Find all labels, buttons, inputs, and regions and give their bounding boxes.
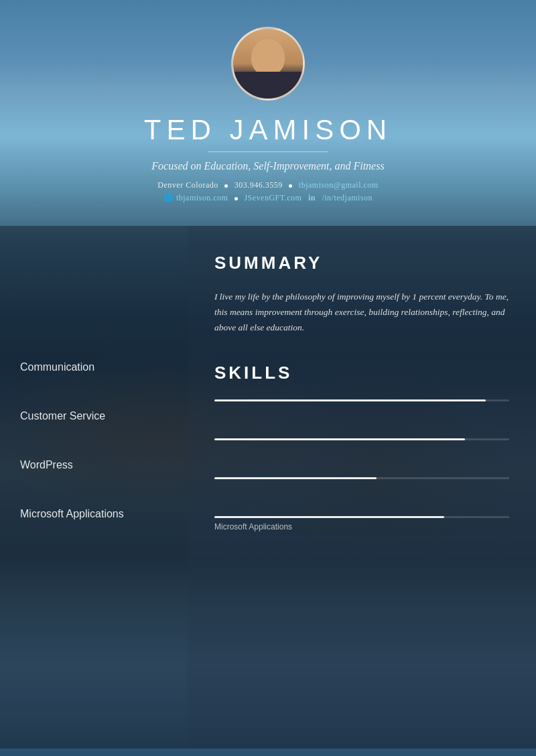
skill-label-customer-service: Customer Service: [20, 410, 168, 422]
person-name: TED JAMISON: [13, 114, 523, 146]
skills-section: SKILLS: [214, 363, 509, 531]
skill-label-communication: Communication: [20, 361, 168, 373]
skill-bar-bg-communication: [214, 399, 509, 401]
skill-bar-customer-service: [214, 438, 509, 440]
skill-bar-communication: [214, 399, 509, 401]
skills-title: SKILLS: [214, 363, 509, 383]
skill-bar-bg-customer-service: [214, 438, 509, 440]
tagline: Focused on Education, Self-Improvement, …: [13, 160, 523, 172]
summary-title: SUMMARY: [214, 253, 509, 273]
skill-bar-fill-communication: [214, 399, 486, 401]
separator-2: [289, 184, 292, 188]
skill-name-customer-service: Customer Service: [20, 410, 168, 422]
summary-section: SUMMARY I live my life by the philosophy…: [214, 253, 509, 336]
location-text: Denver Colorado: [157, 180, 218, 190]
linkedin-icon: in: [308, 193, 316, 203]
skill-bar-ms-apps: Microsoft Applications: [214, 516, 509, 531]
summary-text: I live my life by the philosophy of impr…: [214, 290, 509, 336]
skill-bar-wordpress: [214, 477, 509, 479]
website-link[interactable]: tbjamison.com: [176, 193, 228, 202]
skill-bar-bg-wordpress: [214, 477, 509, 479]
skills-labels: Communication Customer Service WordPress…: [20, 361, 168, 520]
skill-name-wordpress: WordPress: [20, 459, 168, 471]
website2-link[interactable]: JSevenGFT.com: [244, 193, 302, 202]
separator-1: [224, 184, 228, 188]
email-link[interactable]: tbjamison@gmail.com: [299, 180, 379, 190]
left-column: Communication Customer Service WordPress…: [0, 226, 188, 749]
header-section: TED JAMISON Focused on Education, Self-I…: [0, 0, 536, 226]
skill-bar-fill-customer-service: [214, 438, 465, 440]
separator-3: [234, 197, 238, 200]
phone-text: 303.946.3559: [234, 180, 283, 190]
skill-label-wordpress: WordPress: [20, 459, 168, 471]
contact-row-2: 🌐 tbjamison.com JSevenGFT.com in /in/ted…: [13, 193, 523, 203]
two-column-layout: Communication Customer Service WordPress…: [0, 226, 536, 749]
right-column: SUMMARY I live my life by the philosophy…: [188, 226, 536, 749]
name-divider: [208, 151, 328, 152]
avatar: [231, 27, 305, 101]
skill-bar-fill-ms-apps: [214, 516, 444, 518]
skill-name-communication: Communication: [20, 361, 168, 373]
skill-bar-fill-wordpress: [214, 477, 377, 479]
contact-row-1: Denver Colorado 303.946.3559 tbjamison@g…: [13, 180, 523, 190]
ms-applications-label: Microsoft Applications: [214, 522, 509, 531]
linkedin-link[interactable]: /in/tedjamison: [322, 193, 373, 202]
skill-name-ms-applications: Microsoft Applications: [20, 508, 168, 520]
skill-bar-bg-ms-apps: [214, 516, 509, 518]
globe-icon: 🌐: [163, 193, 174, 202]
skill-label-ms-applications: Microsoft Applications: [20, 508, 168, 520]
